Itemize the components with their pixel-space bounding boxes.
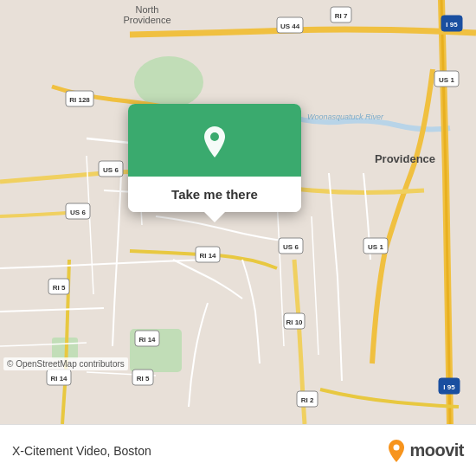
svg-text:RI 14: RI 14 [50,375,68,383]
svg-text:North: North [136,4,159,15]
moovit-pin-icon [387,439,406,463]
svg-text:RI 14: RI 14 [199,252,216,260]
popup-card: Take me there [128,104,301,212]
moovit-logo: moovit [387,439,464,463]
svg-text:US 6: US 6 [70,209,86,216]
svg-text:RI 7: RI 7 [335,12,348,20]
svg-text:Providence: Providence [123,15,170,25]
svg-text:RI 5: RI 5 [137,375,150,383]
map-attribution: © OpenStreetMap contributors [3,357,128,370]
take-me-there-button[interactable]: Take me there [128,177,301,212]
svg-text:I 95: I 95 [446,21,458,29]
svg-text:RI 5: RI 5 [53,284,66,292]
location-text: X-Citement Video, Boston [12,444,151,458]
popup-icon-area [128,104,301,177]
svg-text:US 44: US 44 [280,23,300,30]
svg-text:RI 14: RI 14 [138,336,156,344]
svg-text:Woonasquatuck River: Woonasquatuck River [307,113,384,121]
svg-text:US 1: US 1 [368,243,383,251]
svg-text:RI 2: RI 2 [301,396,314,404]
svg-text:RI 128: RI 128 [69,96,90,104]
svg-text:US 1: US 1 [439,76,454,84]
svg-point-43 [394,444,400,450]
svg-text:US 6: US 6 [103,166,119,174]
svg-text:RI 10: RI 10 [286,318,303,326]
location-pin-icon [196,123,234,161]
svg-point-42 [210,132,219,141]
svg-text:Providence: Providence [375,152,435,165]
svg-point-2 [134,56,203,108]
svg-text:US 6: US 6 [283,243,299,251]
bottom-bar: X-Citement Video, Boston moovit [0,424,476,476]
map-container: Woonasquatuck River [0,0,476,424]
svg-text:I 95: I 95 [443,383,455,391]
moovit-wordmark: moovit [409,441,464,460]
